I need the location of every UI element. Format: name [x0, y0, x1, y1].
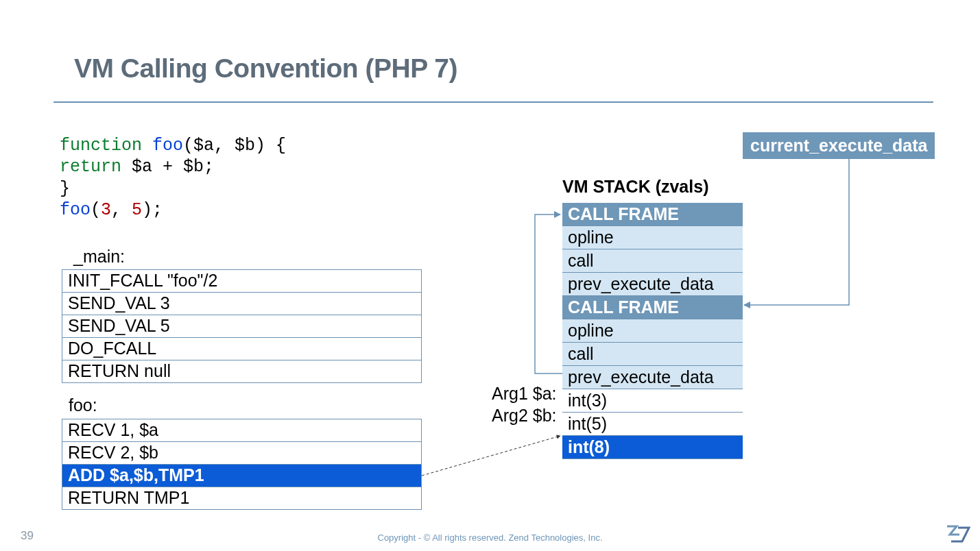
stack-cell: prev_execute_data — [562, 273, 743, 296]
stack-cell: call — [562, 343, 743, 366]
stack-cell: prev_execute_data — [562, 366, 743, 389]
stack-cell: int(5) — [562, 413, 743, 436]
code-fn-name: foo — [60, 200, 91, 220]
zend-logo-icon — [946, 525, 970, 546]
stack-cell: call — [562, 249, 743, 273]
opcode-row: DO_FCALL — [62, 337, 421, 360]
opcode-row: SEND_VAL 5 — [62, 315, 421, 337]
current-execute-data-box: current_execute_data — [743, 132, 935, 159]
main-opcodes-table: INIT_FCALL "foo"/2SEND_VAL 3SEND_VAL 5DO… — [62, 269, 422, 383]
opcode-row: INIT_FCALL "foo"/2 — [62, 270, 421, 292]
code-text: ); — [142, 200, 163, 220]
arg1-label: Arg1 $a: — [492, 384, 557, 404]
opcode-row: RECV 2, $b — [62, 441, 421, 464]
call-frame-header: CALL FRAME — [562, 203, 743, 226]
code-text: ( — [91, 200, 101, 220]
vm-stack-title: VM STACK (zvals) — [562, 177, 708, 197]
stack-cell: int(8) — [562, 436, 743, 459]
code-text: , — [111, 200, 132, 220]
opcode-row: RETURN null — [62, 360, 421, 382]
code-number: 5 — [132, 200, 142, 220]
php-code: function foo($a, $b) { return $a + $b; }… — [60, 135, 286, 221]
code-text: $a + $b; — [121, 157, 214, 177]
code-number: 3 — [101, 200, 111, 220]
code-fn-name: foo — [142, 136, 183, 156]
code-text: } — [60, 179, 70, 199]
code-keyword: return — [60, 157, 121, 177]
vm-stack: CALL FRAMEoplinecallprev_execute_dataCAL… — [562, 203, 743, 459]
opcode-row: SEND_VAL 3 — [62, 292, 421, 315]
copyright: Copyright - © All rights reserved. Zend … — [0, 532, 980, 543]
stack-cell: opline — [562, 319, 743, 343]
arg2-label: Arg2 $b: — [492, 406, 557, 426]
call-frame-header: CALL FRAME — [562, 296, 743, 319]
main-section-label: _main: — [73, 247, 125, 267]
stack-cell: opline — [562, 226, 743, 249]
code-keyword: function — [60, 136, 142, 156]
opcode-row: RETURN TMP1 — [62, 487, 421, 509]
title-underline — [53, 101, 933, 103]
foo-opcodes-table: RECV 1, $aRECV 2, $bADD $a,$b,TMP1RETURN… — [62, 419, 422, 510]
slide-title: VM Calling Convention (PHP 7) — [74, 53, 457, 84]
stack-cell: int(3) — [562, 389, 743, 413]
opcode-row: RECV 1, $a — [62, 419, 421, 441]
foo-section-label: foo: — [69, 395, 97, 415]
code-text: ($a, $b) { — [183, 136, 286, 156]
opcode-row: ADD $a,$b,TMP1 — [62, 464, 421, 487]
